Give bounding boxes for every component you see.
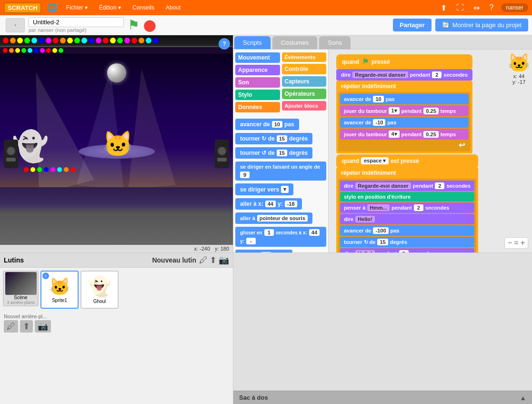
menu-conseils[interactable]: Conseils [130, 3, 157, 12]
sprite1-item[interactable]: i 🐱 Sprite1 [40, 271, 79, 309]
category-stylo[interactable]: Stylo [235, 90, 280, 100]
top-buttons-bar: ▪ par nanser (non partagé) ⚑ ⬤ Partager … [0, 15, 532, 35]
block-diriger-vers[interactable]: se diriger vers ▾ [235, 183, 293, 195]
bottom-scripts-area: Sac à dos ▲ [233, 252, 532, 404]
block-penser-1[interactable]: penser à Hmm... pendant 2 secondes [340, 202, 474, 213]
block-dire-hello-1[interactable]: dire Hello! [340, 214, 474, 224]
lutin-action-buttons: 🖊 ⬆ 📷 [199, 255, 229, 265]
user-menu[interactable]: nanser [501, 3, 528, 12]
category-donnees[interactable]: Données [235, 102, 280, 112]
speaker-left [4, 140, 18, 168]
zoom-in-btn[interactable]: + [521, 239, 525, 247]
bottom-row: Lutins Nouveau lutin 🖊 ⬆ 📷 Scène 3 arriè… [0, 252, 532, 404]
block-avancer-inner-1[interactable]: avancer de 10 pas [340, 94, 469, 104]
menubar: SCRATCH 🌐 Fichier ▾ Édition ▾ Conseils A… [0, 0, 532, 15]
bottom-filler [233, 253, 532, 391]
block-jouer-tambour-1[interactable]: jouer du tambour 1▾ pendant 0.25 temps [340, 105, 469, 116]
block-dire-1[interactable]: dire Regarde-moi danser pendant 2 second… [336, 69, 472, 81]
lutins-header: Lutins Nouveau lutin 🖊 ⬆ 📷 [0, 253, 233, 268]
new-backdrop-label: Nouvel arrière-pl... [4, 313, 229, 319]
menu-edition[interactable]: Édition ▾ [96, 3, 124, 12]
tab-costumes[interactable]: Costumes [272, 36, 318, 49]
block-dire-hello-2[interactable]: dire Hello! pendant 6 secondes [340, 248, 474, 252]
block-avancer[interactable]: avancer de 10 pas [235, 119, 299, 130]
camera-backdrop-btn[interactable]: 📷 [35, 320, 51, 333]
category-son[interactable]: Son [235, 77, 280, 88]
camera-lutin-btn[interactable]: 📷 [219, 255, 229, 265]
block-avancer-neg[interactable]: avancer de -100 pas [340, 225, 474, 236]
fullscreen-icon[interactable]: ⛶ [454, 2, 466, 13]
scratch-logo[interactable]: SCRATCH [4, 2, 41, 13]
category-operateurs[interactable]: Opérateurs [282, 89, 327, 99]
show-page-button[interactable]: 🔄 Montrer la page du projet [435, 19, 528, 31]
block-diriger-angle[interactable]: se diriger en faisant un angle de 9 [235, 162, 326, 181]
top-row: 🐱 👻 [0, 35, 532, 252]
scene-item[interactable]: Scène 3 arrière-plans [3, 271, 39, 306]
hat-space[interactable]: quand espace ▾ est pressé [336, 154, 478, 167]
paint-lutin-btn[interactable]: 🖊 [199, 255, 208, 265]
category-apparence[interactable]: Apparence [235, 65, 280, 75]
script-group-1: quand ⚑ pressé dire Regarde-moi danser p… [336, 54, 472, 153]
help-button[interactable]: ? [219, 38, 230, 50]
block-avancer-inner-2[interactable]: avancer de -10 pas [340, 117, 469, 128]
mini-cat-icon: 🐱 [508, 52, 530, 73]
resize-icon[interactable]: ⇔ [472, 2, 482, 13]
lutins-list: Scène 3 arrière-plans i 🐱 Sprite1 👻 Ghou… [0, 268, 233, 312]
block-repeter-2[interactable]: répéter indéfiniment dire Regarde-moi da… [336, 167, 478, 252]
lutins-area: Lutins Nouveau lutin 🖊 ⬆ 📷 Scène 3 arriè… [0, 252, 233, 404]
block-jouer-tambour-2[interactable]: jouer du tambour 4▾ pendant 0.25 temps [340, 129, 469, 140]
stop-btn[interactable]: ⬤ [143, 19, 156, 32]
project-subtitle: par nanser (non partagé) [29, 27, 124, 33]
ghoul-item[interactable]: 👻 Ghoul [80, 271, 119, 309]
ghoul-name: Ghoul [93, 299, 106, 304]
stage-coordinates: x: -240 y: 180 [0, 245, 233, 252]
globe-icon[interactable]: 🌐 [47, 2, 58, 13]
zoom-out-btn[interactable]: − [508, 239, 512, 247]
scripts-area: Scripts Costumes Sons Mouvement Apparenc… [233, 35, 532, 252]
category-capteurs[interactable]: Capteurs [282, 76, 327, 87]
help-circle-icon[interactable]: ? [487, 2, 495, 13]
hat-flag[interactable]: quand ⚑ pressé [336, 54, 472, 69]
scripts-tabs: Scripts Costumes Sons [233, 35, 532, 50]
refresh-icon: 🔄 [442, 21, 450, 29]
block-glisser[interactable]: glisser en 1 secondes à x: 44 y: - [235, 227, 326, 247]
block-repeter-1[interactable]: répéter indéfiniment avancer de 10 pas j… [336, 81, 472, 153]
block-tourner-ccw[interactable]: tourner ↺ de 15 degrés [235, 147, 312, 159]
project-thumbnail: ▪ [6, 18, 25, 32]
block-stylo[interactable]: stylo en position d'écriture [340, 192, 474, 202]
backpack-bar[interactable]: Sac à dos ▲ [233, 391, 532, 404]
blocks-palette: Mouvement Apparence Son Stylo [233, 50, 329, 252]
backpack-label: Sac à dos [239, 394, 520, 401]
nouveau-lutin-label: Nouveau lutin [152, 256, 196, 264]
cat-sprite: 🐱 [102, 131, 133, 156]
paint-backdrop-btn[interactable]: 🖊 [4, 320, 18, 333]
block-tourner-cw[interactable]: tourner ↻ de 15 degrés [235, 133, 312, 144]
tab-sounds[interactable]: Sons [319, 36, 351, 49]
menu-fichier[interactable]: Fichier ▾ [63, 3, 90, 12]
block-aller-a-xy[interactable]: aller à x: 44 y: -18 [235, 198, 302, 210]
share-button[interactable]: Partager [393, 19, 432, 31]
project-title-input[interactable] [29, 17, 124, 27]
ghoul-icon: 👻 [88, 275, 111, 298]
stage-canvas: 🐱 👻 [0, 35, 233, 245]
menu-about[interactable]: About [163, 3, 183, 12]
upload-icon[interactable]: ⬆ [439, 2, 449, 13]
scripts-main: Mouvement Apparence Son Stylo [233, 50, 532, 252]
palette-categories: Mouvement Apparence Son Stylo [235, 51, 326, 113]
palette-col-right: Évènements Contrôle Capteurs Opérateurs [282, 51, 327, 113]
tab-scripts[interactable]: Scripts [234, 36, 271, 49]
category-evenements[interactable]: Évènements [282, 52, 327, 62]
scene-sublabel: 3 arrière-plans [7, 300, 34, 305]
upload-backdrop-btn[interactable]: ⬆ [20, 320, 33, 333]
block-aller-a-pointeur[interactable]: aller à pointeur de souris [235, 212, 312, 224]
main-container: ▪ par nanser (non partagé) ⚑ ⬤ Partager … [0, 15, 532, 404]
category-mouvement[interactable]: Mouvement [235, 52, 280, 63]
green-flag-btn[interactable]: ⚑ [128, 17, 140, 33]
zoom-reset-btn[interactable]: = [514, 239, 518, 247]
scene-label: Scène [14, 295, 27, 300]
block-dire-2[interactable]: dire Regarde-moi danser pendant 2 second… [340, 181, 474, 191]
block-tourner-cw-2[interactable]: tourner ↻ de 15 degrés [340, 237, 474, 247]
category-ajouter-blocs[interactable]: Ajouter blocs [282, 101, 327, 111]
category-controle[interactable]: Contrôle [282, 64, 327, 74]
upload-lutin-btn[interactable]: ⬆ [210, 255, 217, 265]
